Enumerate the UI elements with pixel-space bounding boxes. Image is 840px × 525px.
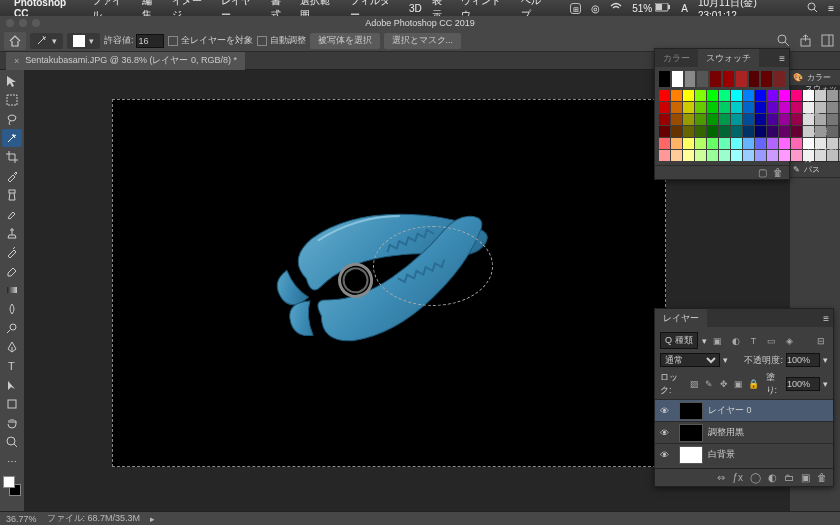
visibility-icon[interactable]: 👁 xyxy=(660,428,674,438)
swatch[interactable] xyxy=(755,150,766,161)
swatch[interactable] xyxy=(767,90,778,101)
shape-tool[interactable] xyxy=(2,395,22,413)
swatch[interactable] xyxy=(695,102,706,113)
spot-heal-tool[interactable] xyxy=(2,186,22,204)
swatch[interactable] xyxy=(815,90,826,101)
swatch[interactable] xyxy=(731,90,742,101)
path-select-tool[interactable] xyxy=(2,376,22,394)
swatch[interactable] xyxy=(683,90,694,101)
swatch[interactable] xyxy=(671,126,682,137)
ime-icon[interactable]: A xyxy=(681,3,688,14)
more-tools[interactable]: ⋯ xyxy=(2,452,22,470)
swatch[interactable] xyxy=(827,90,838,101)
swatch[interactable] xyxy=(683,114,694,125)
swatch[interactable] xyxy=(719,102,730,113)
swatch[interactable] xyxy=(803,138,814,149)
swatch[interactable] xyxy=(815,102,826,113)
layer-row[interactable]: 👁白背景 xyxy=(655,443,833,465)
lock-pos-icon[interactable]: ✥ xyxy=(718,377,730,391)
swatch[interactable] xyxy=(671,102,682,113)
swatch[interactable] xyxy=(791,114,802,125)
swatch[interactable] xyxy=(695,150,706,161)
swatch[interactable] xyxy=(671,138,682,149)
type-tool[interactable]: T xyxy=(2,357,22,375)
swatch[interactable] xyxy=(815,114,826,125)
checkbox-all-layers[interactable]: 全レイヤーを対象 xyxy=(168,34,253,47)
swatch[interactable] xyxy=(659,126,670,137)
swatch[interactable] xyxy=(672,71,683,87)
window-minimize-button[interactable] xyxy=(19,19,27,27)
blur-tool[interactable] xyxy=(2,300,22,318)
tab-layers[interactable]: レイヤー xyxy=(655,309,707,327)
filter-toggle[interactable]: ⊟ xyxy=(814,334,828,348)
group-icon[interactable]: 🗀 xyxy=(784,472,794,483)
swatch[interactable] xyxy=(755,114,766,125)
workspace-icon[interactable] xyxy=(818,32,836,50)
battery-pct[interactable]: 51% xyxy=(632,3,652,14)
chevron-right-icon[interactable]: ▸ xyxy=(150,514,155,524)
swatch[interactable] xyxy=(685,71,696,87)
wifi-icon[interactable] xyxy=(610,2,622,14)
zoom-tool[interactable] xyxy=(2,433,22,451)
swatch[interactable] xyxy=(779,138,790,149)
delete-layer-icon[interactable]: 🗑 xyxy=(817,472,827,483)
clone-stamp-tool[interactable] xyxy=(2,224,22,242)
fill-input[interactable] xyxy=(786,377,820,391)
swatch[interactable] xyxy=(731,126,742,137)
tab-swatches[interactable]: スウォッチ xyxy=(698,49,759,67)
swatch[interactable] xyxy=(710,71,721,87)
swatch[interactable] xyxy=(731,150,742,161)
swatch[interactable] xyxy=(761,71,772,87)
swatch[interactable] xyxy=(803,150,814,161)
swatch[interactable] xyxy=(791,138,802,149)
swatch[interactable] xyxy=(791,102,802,113)
swatch[interactable] xyxy=(743,114,754,125)
swatch[interactable] xyxy=(719,150,730,161)
swatch[interactable] xyxy=(755,138,766,149)
swatch[interactable] xyxy=(827,150,838,161)
swatch[interactable] xyxy=(815,126,826,137)
layer-thumb[interactable] xyxy=(679,402,703,420)
delete-icon[interactable]: 🗑 xyxy=(773,167,783,178)
share-icon[interactable] xyxy=(796,32,814,50)
swatch[interactable] xyxy=(683,138,694,149)
swatch[interactable] xyxy=(659,138,670,149)
fg-color[interactable] xyxy=(3,476,15,488)
swatch[interactable] xyxy=(755,126,766,137)
link-layers-icon[interactable]: ⇔ xyxy=(717,472,725,483)
swatch[interactable] xyxy=(659,102,670,113)
swatch[interactable] xyxy=(707,90,718,101)
swatch[interactable] xyxy=(736,71,747,87)
swatch[interactable] xyxy=(779,102,790,113)
swatch[interactable] xyxy=(827,126,838,137)
swatch[interactable] xyxy=(659,71,670,87)
swatch[interactable] xyxy=(743,102,754,113)
spotlight-icon[interactable] xyxy=(807,2,818,15)
menu-3d[interactable]: 3D xyxy=(409,3,422,14)
lock-trans-icon[interactable]: ▨ xyxy=(688,377,700,391)
eyedropper-tool[interactable] xyxy=(2,167,22,185)
close-tab-icon[interactable]: × xyxy=(14,56,19,66)
tool-preset[interactable]: ▾ xyxy=(30,33,63,49)
swatch[interactable] xyxy=(791,126,802,137)
swatch[interactable] xyxy=(671,90,682,101)
swatch[interactable] xyxy=(731,102,742,113)
swatch[interactable] xyxy=(743,150,754,161)
swatch[interactable] xyxy=(719,138,730,149)
swatch[interactable] xyxy=(707,114,718,125)
adjustment-layer-icon[interactable]: ◐ xyxy=(768,472,777,483)
filter-pixel-icon[interactable]: ▣ xyxy=(711,334,725,348)
marquee-tool[interactable] xyxy=(2,91,22,109)
swatch[interactable] xyxy=(731,114,742,125)
swatch[interactable] xyxy=(815,150,826,161)
swatch[interactable] xyxy=(767,102,778,113)
swatch[interactable] xyxy=(707,138,718,149)
select-subject-button[interactable]: 被写体を選択 xyxy=(310,33,380,49)
swatch[interactable] xyxy=(779,150,790,161)
swatch[interactable] xyxy=(749,71,760,87)
brush-tool[interactable] xyxy=(2,205,22,223)
swatch[interactable] xyxy=(723,71,734,87)
swatch[interactable] xyxy=(743,126,754,137)
panel-menu-icon[interactable]: ≡ xyxy=(775,49,789,67)
swatch[interactable] xyxy=(659,150,670,161)
